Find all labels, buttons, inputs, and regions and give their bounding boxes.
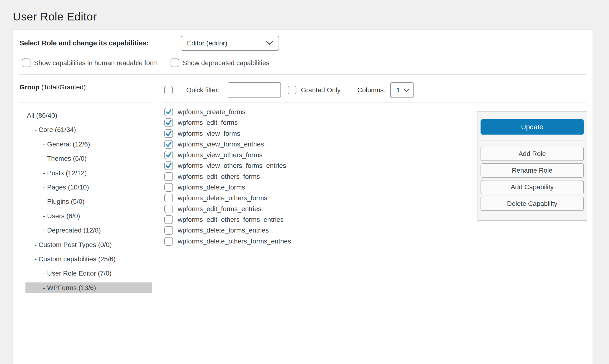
tree-item[interactable]: - User Role Editor (7/0) xyxy=(26,268,152,279)
show-human-readable-label[interactable]: Show capabilities in human readable form xyxy=(34,58,158,67)
tree-item[interactable]: - Deprecated (12/8) xyxy=(26,225,152,236)
capability-label[interactable]: wpforms_delete_others_forms_entries xyxy=(178,237,291,245)
capability-row: wpforms_delete_others_forms_entries xyxy=(164,237,291,246)
capability-label[interactable]: wpforms_delete_forms_entries xyxy=(178,227,269,234)
tree-item[interactable]: - WPForms (13/6) xyxy=(26,283,152,293)
capability-checkbox[interactable] xyxy=(164,226,173,235)
update-button[interactable]: Update xyxy=(480,119,584,135)
capability-label[interactable]: wpforms_view_forms xyxy=(178,130,240,137)
chevron-down-icon xyxy=(266,39,273,47)
columns-label: Columns: xyxy=(357,82,385,98)
capability-row: wpforms_view_others_forms xyxy=(164,151,291,159)
show-deprecated-label[interactable]: Show deprecated capabilities xyxy=(183,58,269,67)
capability-row: wpforms_edit_others_forms_entries xyxy=(164,215,291,224)
page-title: User Role Editor xyxy=(13,10,97,23)
tree-item[interactable]: - Plugins (5/0) xyxy=(26,196,152,207)
capability-row: wpforms_view_forms_entries xyxy=(164,140,291,149)
capability-checkbox[interactable] xyxy=(164,194,173,202)
capability-checkbox[interactable] xyxy=(164,161,173,170)
capability-row: wpforms_edit_forms_entries xyxy=(164,205,291,213)
capability-checkbox[interactable] xyxy=(164,183,173,192)
chevron-down-icon xyxy=(403,86,410,94)
tree-item[interactable]: - Custom capabilities (25/6) xyxy=(26,254,152,265)
capability-row: wpforms_view_forms xyxy=(164,129,291,138)
capability-label[interactable]: wpforms_edit_others_forms xyxy=(178,173,260,181)
capability-checkbox[interactable] xyxy=(164,215,173,224)
capability-label[interactable]: wpforms_edit_others_forms_entries xyxy=(178,216,284,223)
add-capability-button[interactable]: Add Capability xyxy=(480,180,584,194)
user-role-editor-panel: Select Role and change its capabilities:… xyxy=(13,29,593,364)
actions-separator xyxy=(480,141,584,141)
filter-row-separator xyxy=(163,102,586,103)
delete-capability-button[interactable]: Delete Capability xyxy=(480,197,584,211)
rename-role-button[interactable]: Rename Role xyxy=(480,163,584,178)
capability-label[interactable]: wpforms_view_others_forms xyxy=(178,151,262,159)
capability-checkbox[interactable] xyxy=(164,108,173,116)
capability-label[interactable]: wpforms_edit_forms xyxy=(178,119,238,127)
show-human-readable-checkbox[interactable] xyxy=(22,58,30,67)
capability-label[interactable]: wpforms_delete_forms xyxy=(178,183,245,191)
capability-label[interactable]: wpforms_edit_forms_entries xyxy=(178,205,262,213)
columns-select-value: 1 xyxy=(396,86,400,94)
granted-only-checkbox[interactable] xyxy=(288,86,296,94)
granted-only-label[interactable]: Granted Only xyxy=(301,82,341,98)
tree-item[interactable]: - Posts (12/12) xyxy=(26,168,152,179)
role-select-value: Editor (editor) xyxy=(187,39,227,47)
group-header-separator xyxy=(20,102,152,103)
capability-row: wpforms_delete_others_forms xyxy=(164,194,291,202)
add-role-button[interactable]: Add Role xyxy=(480,147,584,161)
capability-list: wpforms_create_formswpforms_edit_formswp… xyxy=(164,108,291,248)
tree-item[interactable]: - Pages (10/10) xyxy=(26,182,152,193)
capability-row: wpforms_delete_forms xyxy=(164,183,291,192)
capability-checkbox[interactable] xyxy=(164,140,173,149)
capability-label[interactable]: wpforms_create_forms xyxy=(178,108,246,116)
columns-select[interactable]: 1 xyxy=(390,82,414,98)
capability-label[interactable]: wpforms_view_others_forms_entries xyxy=(178,162,286,169)
tree-item[interactable]: All (86/40) xyxy=(26,110,152,121)
capability-checkbox[interactable] xyxy=(164,129,173,138)
capability-checkbox[interactable] xyxy=(164,237,173,246)
tree-item[interactable]: - Users (6/0) xyxy=(26,211,152,221)
capability-label[interactable]: wpforms_delete_others_forms xyxy=(178,194,267,202)
group-header-title: Group xyxy=(20,83,40,91)
tree-item[interactable]: - General (12/6) xyxy=(26,139,152,150)
select-role-label: Select Role and change its capabilities: xyxy=(20,38,149,48)
tree-item[interactable]: - Custom Post Types (0/0) xyxy=(26,239,152,250)
group-tree: All (86/40)- Core (61/34)- General (12/6… xyxy=(26,110,152,297)
quick-filter-input[interactable] xyxy=(228,82,281,98)
show-deprecated-checkbox[interactable] xyxy=(171,58,179,67)
capability-checkbox[interactable] xyxy=(164,118,173,127)
capability-checkbox[interactable] xyxy=(164,151,173,159)
toggle-all-checkbox[interactable] xyxy=(164,86,173,94)
capability-row: wpforms_edit_forms xyxy=(164,118,291,127)
top-separator xyxy=(19,74,586,75)
group-column-header: Group (Total/Granted) xyxy=(20,83,86,92)
capability-label[interactable]: wpforms_view_forms_entries xyxy=(178,141,264,148)
capability-row: wpforms_delete_forms_entries xyxy=(164,226,291,235)
quick-filter-label: Quick filter: xyxy=(186,82,220,98)
tree-item[interactable]: - Core (61/34) xyxy=(26,124,152,135)
capability-row: wpforms_edit_others_forms xyxy=(164,172,291,181)
group-header-suffix: (Total/Granted) xyxy=(40,83,86,91)
columns-divider xyxy=(158,75,158,364)
capability-checkbox[interactable] xyxy=(164,205,173,213)
capability-row: wpforms_view_others_forms_entries xyxy=(164,161,291,170)
role-select[interactable]: Editor (editor) xyxy=(181,36,279,51)
actions-panel: Update Add Role Rename Role Add Capabili… xyxy=(477,111,587,221)
tree-item[interactable]: - Themes (6/0) xyxy=(26,153,152,164)
capability-checkbox[interactable] xyxy=(164,172,173,181)
capability-row: wpforms_create_forms xyxy=(164,108,291,116)
